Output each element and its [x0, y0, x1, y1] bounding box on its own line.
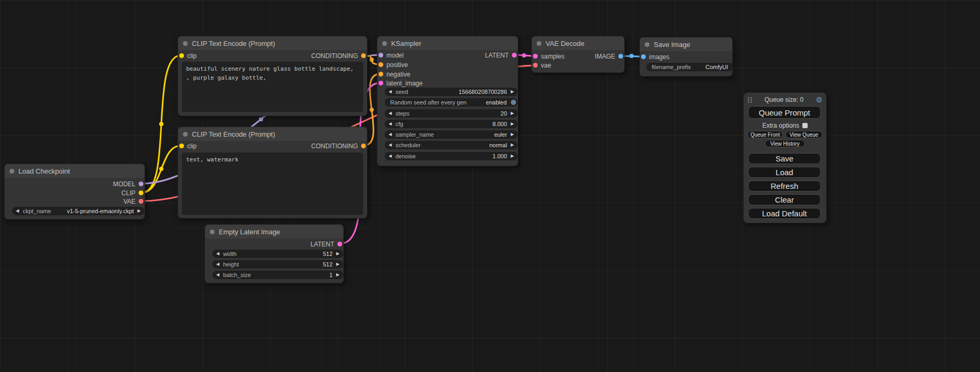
- decrement-arrow-icon[interactable]: ◀: [389, 111, 392, 116]
- prompt-textarea[interactable]: beautiful scenery nature glass bottle la…: [182, 62, 363, 112]
- widget-scheduler[interactable]: ◀ scheduler normal ▶: [385, 141, 518, 149]
- decrement-arrow-icon[interactable]: ◀: [389, 143, 392, 147]
- output-port-clip[interactable]: CLIP: [121, 189, 143, 196]
- latent-port-dot[interactable]: [337, 242, 342, 246]
- increment-arrow-icon[interactable]: ▶: [336, 252, 339, 256]
- collapse-dot[interactable]: [9, 169, 14, 174]
- latent-port-dot[interactable]: [533, 54, 538, 59]
- gear-icon[interactable]: ⚙: [816, 96, 822, 103]
- load-default-button[interactable]: Load Default: [748, 208, 821, 219]
- widget-denoise[interactable]: ◀ denoise 1.000 ▶: [385, 152, 518, 160]
- decrement-arrow-icon[interactable]: ◀: [216, 273, 219, 277]
- decrement-arrow-icon[interactable]: ◀: [389, 132, 392, 137]
- increment-arrow-icon[interactable]: ▶: [511, 154, 514, 158]
- output-port-conditioning[interactable]: CONDITIONING: [311, 52, 366, 59]
- clip-port-dot[interactable]: [179, 144, 184, 148]
- clip-port-dot[interactable]: [179, 53, 184, 58]
- prompt-textarea[interactable]: text, watermark: [182, 152, 363, 215]
- decrement-arrow-icon[interactable]: ◀: [216, 262, 219, 266]
- widget-seed[interactable]: ◀ seed 156680208700286 ▶: [385, 88, 518, 96]
- conditioning-port-dot[interactable]: [361, 144, 366, 148]
- conditioning-port-dot[interactable]: [361, 53, 366, 58]
- widget-random-seed-toggle[interactable]: Random seed after every gen enabled: [385, 98, 518, 107]
- increment-arrow-icon[interactable]: ▶: [511, 111, 514, 116]
- increment-arrow-icon[interactable]: ▶: [511, 90, 514, 94]
- output-port-vae[interactable]: VAE: [123, 198, 143, 205]
- clip-port-dot[interactable]: [139, 190, 143, 195]
- vae-port-dot[interactable]: [139, 199, 143, 204]
- input-port-clip[interactable]: clip: [179, 52, 197, 59]
- increment-arrow-icon[interactable]: ▶: [511, 143, 514, 147]
- decrement-arrow-icon[interactable]: ◀: [389, 122, 392, 126]
- increment-arrow-icon[interactable]: ▶: [511, 132, 514, 137]
- latent-port-dot[interactable]: [379, 81, 383, 85]
- output-port-conditioning[interactable]: CONDITIONING: [311, 142, 366, 149]
- widget-cfg[interactable]: ◀ cfg 8.000 ▶: [385, 120, 518, 128]
- node-title-bar[interactable]: Empty Latent Image: [205, 225, 343, 239]
- input-port-clip[interactable]: clip: [179, 142, 197, 149]
- collapse-dot[interactable]: [645, 42, 649, 47]
- conditioning-port-dot[interactable]: [379, 72, 383, 77]
- collapse-dot[interactable]: [382, 41, 387, 46]
- image-port-dot[interactable]: [641, 54, 646, 59]
- node-save-image[interactable]: Save Image images filename_prefix ComfyU…: [639, 37, 733, 77]
- drag-handle-icon[interactable]: [748, 97, 752, 103]
- view-history-button[interactable]: View History: [765, 140, 805, 147]
- node-clip-text-encode-positive[interactable]: CLIP Text Encode (Prompt) clip CONDITION…: [178, 36, 367, 116]
- collapse-dot[interactable]: [183, 132, 188, 137]
- load-button[interactable]: Load: [748, 167, 821, 178]
- widget-width[interactable]: ◀ width 512 ▶: [212, 250, 343, 258]
- widget-height[interactable]: ◀ height 512 ▶: [212, 260, 343, 269]
- input-port-model[interactable]: model: [379, 52, 404, 59]
- node-empty-latent-image[interactable]: Empty Latent Image LATENT ◀ width 512 ▶ …: [205, 224, 344, 283]
- decrement-arrow-icon[interactable]: ◀: [389, 154, 392, 158]
- output-port-latent[interactable]: LATENT: [485, 52, 517, 59]
- output-port-model[interactable]: MODEL: [113, 180, 143, 187]
- node-title-bar[interactable]: VAE Decode: [532, 36, 624, 50]
- widget-steps[interactable]: ◀ steps 20 ▶: [385, 109, 518, 118]
- input-port-vae[interactable]: vae: [533, 62, 551, 69]
- input-port-positive[interactable]: positive: [379, 61, 408, 68]
- decrement-arrow-icon[interactable]: ◀: [389, 90, 392, 94]
- queue-front-button[interactable]: Queue Front: [748, 131, 783, 138]
- output-port-image[interactable]: IMAGE: [595, 53, 623, 60]
- node-title-bar[interactable]: CLIP Text Encode (Prompt): [178, 36, 367, 50]
- collapse-dot[interactable]: [210, 230, 215, 234]
- collapse-dot[interactable]: [183, 41, 188, 46]
- node-title-bar[interactable]: KSampler: [377, 36, 518, 50]
- node-title-bar[interactable]: CLIP Text Encode (Prompt): [178, 127, 367, 141]
- latent-port-dot[interactable]: [512, 53, 517, 58]
- widget-sampler-name[interactable]: ◀ sampler_name euler ▶: [385, 130, 518, 139]
- increment-arrow-icon[interactable]: ▶: [336, 273, 339, 277]
- increment-arrow-icon[interactable]: ▶: [138, 209, 141, 213]
- save-button[interactable]: Save: [748, 153, 821, 164]
- conditioning-port-dot[interactable]: [379, 62, 383, 67]
- node-title-bar[interactable]: Load Checkpoint: [5, 164, 144, 178]
- model-port-dot[interactable]: [139, 182, 143, 186]
- node-ksampler[interactable]: KSampler model positive negative latent_…: [377, 36, 518, 166]
- widget-ckpt-name[interactable]: ◀ ckpt_name v1-5-pruned-emaonly.ckpt ▶: [12, 207, 144, 215]
- clear-button[interactable]: Clear: [748, 194, 821, 205]
- widget-batch-size[interactable]: ◀ batch_size 1 ▶: [212, 271, 343, 279]
- decrement-arrow-icon[interactable]: ◀: [16, 209, 19, 213]
- input-port-negative[interactable]: negative: [379, 71, 410, 78]
- image-port-dot[interactable]: [618, 54, 623, 59]
- model-port-dot[interactable]: [379, 53, 383, 58]
- increment-arrow-icon[interactable]: ▶: [511, 122, 514, 126]
- collapse-dot[interactable]: [537, 41, 541, 46]
- refresh-button[interactable]: Refresh: [748, 180, 821, 192]
- vae-port-dot[interactable]: [533, 63, 538, 68]
- input-port-samples[interactable]: samples: [533, 53, 565, 60]
- toggle-knob[interactable]: [511, 100, 516, 105]
- node-load-checkpoint[interactable]: Load Checkpoint MODEL CLIP VAE ◀ ckpt_na…: [4, 164, 145, 220]
- node-vae-decode[interactable]: VAE Decode samples vae IMAGE: [531, 36, 625, 73]
- queue-prompt-button[interactable]: Queue Prompt: [748, 106, 821, 119]
- node-canvas[interactable]: Load Checkpoint MODEL CLIP VAE ◀ ckpt_na…: [0, 0, 980, 372]
- widget-filename-prefix[interactable]: filename_prefix ComfyUI: [646, 63, 733, 71]
- node-clip-text-encode-negative[interactable]: CLIP Text Encode (Prompt) clip CONDITION…: [178, 127, 367, 218]
- increment-arrow-icon[interactable]: ▶: [336, 262, 339, 266]
- extra-options-checkbox[interactable]: [802, 123, 808, 128]
- decrement-arrow-icon[interactable]: ◀: [216, 252, 219, 256]
- input-port-images[interactable]: images: [641, 53, 669, 60]
- view-queue-button[interactable]: View Queue: [785, 131, 822, 138]
